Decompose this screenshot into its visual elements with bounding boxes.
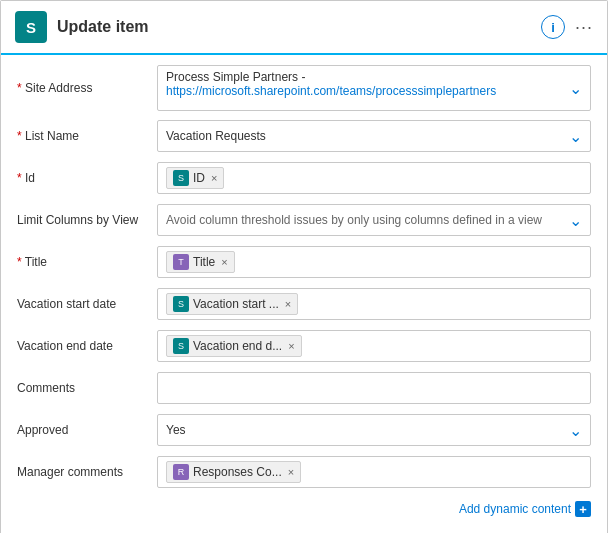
token-manager-comments-label: Responses Co...	[193, 465, 282, 479]
input-comments[interactable]	[157, 372, 591, 404]
field-row-limit-columns: Limit Columns by View Avoid column thres…	[17, 203, 591, 237]
token-vacation-end-label: Vacation end d...	[193, 339, 282, 353]
token-vacation-end-remove[interactable]: ×	[288, 340, 294, 352]
input-title[interactable]: T Title ×	[157, 246, 591, 278]
token-vacation-end-icon: S	[173, 338, 189, 354]
site-address-top-text: Process Simple Partners -	[166, 70, 305, 84]
label-vacation-start: Vacation start date	[17, 297, 157, 311]
hide-advanced-options[interactable]: Hide advanced options ∧	[17, 525, 591, 533]
input-id[interactable]: S ID ×	[157, 162, 591, 194]
label-id: Id	[17, 171, 157, 185]
token-id-remove[interactable]: ×	[211, 172, 217, 184]
label-approved: Approved	[17, 423, 157, 437]
token-vacation-start-remove[interactable]: ×	[285, 298, 291, 310]
field-row-vacation-end: Vacation end date S Vacation end d... ×	[17, 329, 591, 363]
field-row-comments: Comments	[17, 371, 591, 405]
token-title-icon: T	[173, 254, 189, 270]
label-manager-comments: Manager comments	[17, 465, 157, 479]
token-title-label: Title	[193, 255, 215, 269]
input-manager-comments[interactable]: R Responses Co... ×	[157, 456, 591, 488]
label-title: Title	[17, 255, 157, 269]
more-options-icon[interactable]: ···	[575, 17, 593, 38]
field-row-site-address: Site Address Process Simple Partners - h…	[17, 65, 591, 111]
token-manager-comments-remove[interactable]: ×	[288, 466, 294, 478]
approved-value: Yes	[166, 423, 186, 437]
card-body: Site Address Process Simple Partners - h…	[1, 55, 607, 533]
token-vacation-start-icon: S	[173, 296, 189, 312]
label-list-name: List Name	[17, 129, 157, 143]
field-row-manager-comments: Manager comments R Responses Co... ×	[17, 455, 591, 489]
field-row-approved: Approved Yes ⌄	[17, 413, 591, 447]
input-site-address[interactable]: Process Simple Partners - https://micros…	[157, 65, 591, 111]
field-row-list-name: List Name Vacation Requests ⌄	[17, 119, 591, 153]
limit-columns-dropdown-arrow[interactable]: ⌄	[569, 211, 582, 230]
update-item-card: S Update item i ··· Site Address Process…	[0, 0, 608, 533]
card-header: S Update item i ···	[1, 1, 607, 55]
app-icon: S	[15, 11, 47, 43]
limit-columns-value: Avoid column threshold issues by only us…	[166, 213, 542, 227]
approved-dropdown-arrow[interactable]: ⌄	[569, 421, 582, 440]
field-row-title: Title T Title ×	[17, 245, 591, 279]
input-approved[interactable]: Yes ⌄	[157, 414, 591, 446]
token-vacation-start-label: Vacation start ...	[193, 297, 279, 311]
token-manager-comments-icon: R	[173, 464, 189, 480]
site-address-link-text: https://microsoft.sharepoint.com/teams/p…	[166, 84, 496, 98]
card-title: Update item	[57, 18, 531, 36]
add-dynamic-content[interactable]: Add dynamic content +	[17, 497, 591, 525]
token-id-label: ID	[193, 171, 205, 185]
token-manager-comments: R Responses Co... ×	[166, 461, 301, 483]
site-address-dropdown-arrow[interactable]: ⌄	[569, 79, 582, 98]
input-list-name[interactable]: Vacation Requests ⌄	[157, 120, 591, 152]
field-row-vacation-start: Vacation start date S Vacation start ...…	[17, 287, 591, 321]
list-name-value: Vacation Requests	[166, 129, 266, 143]
token-vacation-end: S Vacation end d... ×	[166, 335, 302, 357]
label-comments: Comments	[17, 381, 157, 395]
list-name-dropdown-arrow[interactable]: ⌄	[569, 127, 582, 146]
input-vacation-end[interactable]: S Vacation end d... ×	[157, 330, 591, 362]
label-site-address: Site Address	[17, 81, 157, 95]
token-vacation-start: S Vacation start ... ×	[166, 293, 298, 315]
add-dynamic-plus-icon: +	[575, 501, 591, 517]
input-limit-columns[interactable]: Avoid column threshold issues by only us…	[157, 204, 591, 236]
token-id: S ID ×	[166, 167, 224, 189]
add-dynamic-label: Add dynamic content	[459, 502, 571, 516]
token-title: T Title ×	[166, 251, 235, 273]
field-row-id: Id S ID ×	[17, 161, 591, 195]
token-title-remove[interactable]: ×	[221, 256, 227, 268]
label-limit-columns: Limit Columns by View	[17, 213, 157, 227]
token-id-icon: S	[173, 170, 189, 186]
input-vacation-start[interactable]: S Vacation start ... ×	[157, 288, 591, 320]
info-icon[interactable]: i	[541, 15, 565, 39]
label-vacation-end: Vacation end date	[17, 339, 157, 353]
